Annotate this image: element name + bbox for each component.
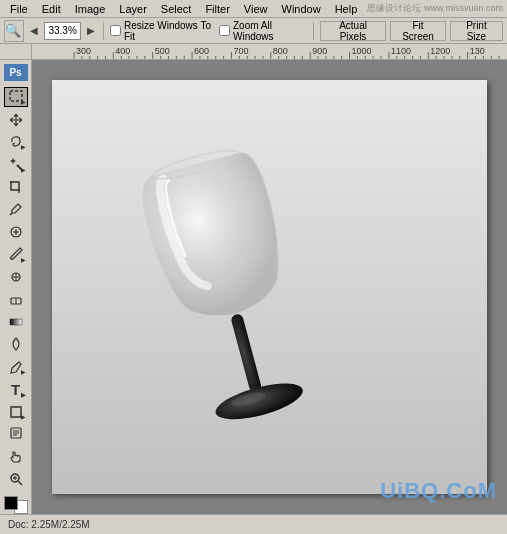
- zoom-icon: 🔍: [5, 23, 21, 38]
- tool-pen[interactable]: ▶: [4, 357, 28, 377]
- status-bar: Doc: 2.25M/2.25M: [0, 514, 507, 534]
- tool-clone[interactable]: [4, 267, 28, 287]
- ruler-horizontal: [64, 44, 507, 60]
- ps-logo: Ps: [4, 64, 28, 81]
- wine-glass-svg: [132, 140, 332, 460]
- gradient-icon: [8, 314, 24, 330]
- fit-screen-btn[interactable]: Fit Screen: [390, 21, 446, 41]
- zoom-all-label-text: Zoom All Windows: [233, 20, 307, 42]
- menu-help[interactable]: Help: [329, 2, 364, 16]
- blur-icon: [8, 336, 24, 352]
- zoom-view-icon: [8, 471, 24, 487]
- notes-icon: [8, 426, 24, 442]
- eraser-icon: [8, 291, 24, 307]
- svg-rect-23: [230, 313, 262, 393]
- tool-blur[interactable]: [4, 334, 28, 354]
- crop-icon: [8, 179, 24, 195]
- tool-arrow-lasso: ▶: [21, 143, 26, 150]
- tool-hand[interactable]: [4, 447, 28, 467]
- tool-brush[interactable]: ▶: [4, 244, 28, 264]
- tool-eyedropper[interactable]: [4, 199, 28, 219]
- zoom-back-arrow[interactable]: ◀: [28, 25, 40, 36]
- zoom-forward-arrow[interactable]: ▶: [85, 25, 97, 36]
- actual-pixels-btn[interactable]: Actual Pixels: [320, 21, 386, 41]
- main-area: Ps ▶ ▶ ▶: [0, 60, 507, 514]
- resize-windows-checkbox-label[interactable]: Resize Windows To Fit: [110, 20, 215, 42]
- toolbox: Ps ▶ ▶ ▶: [0, 60, 32, 514]
- zoom-value-text: 33.3%: [48, 25, 76, 36]
- print-size-btn[interactable]: Print Size: [450, 21, 503, 41]
- watermark-top: 思缘设计论坛 www.missvuan.com: [367, 2, 503, 15]
- svg-rect-11: [10, 319, 22, 325]
- color-swatches[interactable]: [4, 496, 28, 514]
- toolbar: 🔍 ◀ 33.3% ▶ Resize Windows To Fit Zoom A…: [0, 18, 507, 44]
- tool-arrow-shape: ▶: [21, 413, 26, 420]
- zoom-value-display[interactable]: 33.3%: [44, 22, 81, 40]
- tool-gradient[interactable]: [4, 312, 28, 332]
- wine-glass-image: [132, 140, 372, 480]
- tool-arrow-marquee: ▶: [21, 98, 26, 105]
- svg-rect-13: [11, 407, 21, 417]
- menu-view[interactable]: View: [238, 2, 274, 16]
- menu-bar: File Edit Image Layer Select Filter View…: [0, 0, 507, 18]
- tool-move[interactable]: [4, 109, 28, 129]
- tool-arrow-wand: ▶: [21, 166, 26, 173]
- ruler-canvas: [64, 44, 507, 60]
- zoom-all-checkbox-label[interactable]: Zoom All Windows: [219, 20, 307, 42]
- zoom-all-checkbox[interactable]: [219, 25, 230, 36]
- zoom-tool-btn[interactable]: 🔍: [4, 20, 24, 42]
- ruler-row: [0, 44, 507, 60]
- menu-edit[interactable]: Edit: [36, 2, 67, 16]
- type-icon: T: [11, 381, 20, 398]
- tool-crop[interactable]: [4, 177, 28, 197]
- toolbar-separator-1: [103, 22, 104, 40]
- clone-icon: [8, 269, 24, 285]
- tool-eraser[interactable]: [4, 289, 28, 309]
- resize-label-text: Resize Windows To Fit: [124, 20, 215, 42]
- tool-arrow-type: ▶: [21, 391, 26, 398]
- ruler-corner: [0, 44, 32, 59]
- tool-arrow-brush: ▶: [21, 256, 26, 263]
- resize-windows-checkbox[interactable]: [110, 25, 121, 36]
- svg-line-2: [10, 213, 12, 215]
- tool-healing[interactable]: [4, 222, 28, 242]
- menu-file[interactable]: File: [4, 2, 34, 16]
- tool-arrow-pen: ▶: [21, 368, 26, 375]
- tool-zoom-view[interactable]: [4, 469, 28, 489]
- menu-layer[interactable]: Layer: [113, 2, 153, 16]
- tool-type[interactable]: T ▶: [4, 379, 28, 399]
- tool-lasso[interactable]: ▶: [4, 132, 28, 152]
- tool-marquee[interactable]: ▶: [4, 87, 28, 107]
- tool-shape[interactable]: ▶: [4, 402, 28, 422]
- foreground-color[interactable]: [4, 496, 18, 510]
- tool-magic-wand[interactable]: ▶: [4, 154, 28, 174]
- healing-icon: [8, 224, 24, 240]
- svg-line-12: [12, 362, 19, 368]
- svg-line-19: [18, 481, 22, 485]
- tool-notes[interactable]: [4, 424, 28, 444]
- canvas-background: [52, 80, 487, 494]
- toolbar-separator-2: [313, 22, 314, 40]
- move-icon: [8, 112, 24, 128]
- menu-select[interactable]: Select: [155, 2, 198, 16]
- status-text: Doc: 2.25M/2.25M: [8, 519, 90, 530]
- menu-window[interactable]: Window: [276, 2, 327, 16]
- menu-image[interactable]: Image: [69, 2, 112, 16]
- canvas-area: UiBQ.CoM: [32, 60, 507, 514]
- menu-filter[interactable]: Filter: [199, 2, 235, 16]
- hand-icon: [8, 449, 24, 465]
- eyedropper-icon: [8, 201, 24, 217]
